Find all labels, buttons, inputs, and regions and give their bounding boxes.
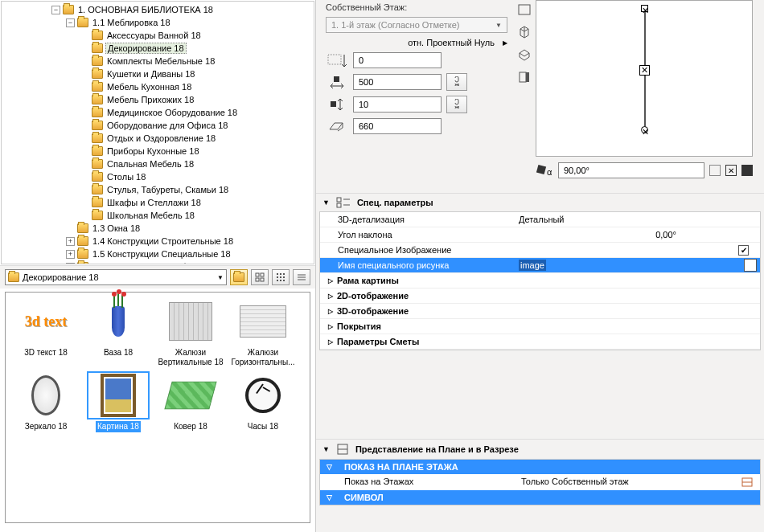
tree-item[interactable]: 1.3 Окна 18 [3, 222, 314, 235]
thumb-label: Ваза 18 [102, 347, 134, 358]
library-thumb[interactable]: Жалюзи Вертикальные 18 [155, 297, 226, 368]
folder-icon [92, 95, 103, 104]
tree-sub[interactable]: −1.1 Меблировка 18 [3, 16, 314, 29]
floorplan-section-header[interactable]: ▼ Представление на Плане и в Разрезе [316, 439, 764, 459]
browse-button[interactable]: ▶ [744, 259, 757, 272]
chain-button[interactable] [446, 96, 467, 113]
spec-row[interactable]: Специальное Изображение✔ [320, 243, 760, 258]
dim-b-input[interactable]: 10 [353, 96, 442, 113]
library-thumb[interactable]: Ваза 18 [83, 297, 154, 368]
collapse-icon[interactable]: ▽ [327, 463, 332, 471]
mirror-x-button[interactable] [709, 165, 721, 176]
expand-icon[interactable]: + [66, 237, 75, 246]
tree-root[interactable]: −1. ОСНОВНАЯ БИБЛИОТЕКА 18 [3, 3, 314, 16]
spec-group[interactable]: ▷3D-отображение [320, 304, 760, 319]
tree-item[interactable]: Школьная Мебель 18 [3, 209, 314, 222]
elevation-input[interactable]: 0 [353, 52, 442, 68]
svg-rect-16 [328, 55, 341, 64]
view-large-button[interactable] [251, 269, 269, 285]
folder-icon [92, 198, 103, 207]
expand-icon[interactable]: ▷ [328, 277, 333, 284]
folder-icon [92, 133, 103, 143]
library-thumb[interactable]: Зеркало 18 [10, 371, 81, 432]
thumb-preview [159, 371, 222, 419]
svg-rect-21 [526, 72, 529, 82]
chevron-down-icon: ▼ [495, 22, 502, 29]
collapse-icon[interactable]: − [66, 18, 75, 27]
tree-item[interactable]: Спальная Мебель 18 [3, 158, 314, 170]
floorplan-icon [336, 443, 349, 456]
expand-icon[interactable]: ▷ [328, 323, 333, 330]
angle-input[interactable]: 90,00° [558, 162, 704, 178]
story-dropdown[interactable]: 1. 1-й этаж (Согласно Отметке)▼ [326, 17, 507, 33]
expand-icon[interactable]: + [66, 263, 75, 265]
spec-group[interactable]: ▷Параметры Сметы [320, 334, 760, 350]
spec-group[interactable]: ▷Рама картины [320, 273, 760, 289]
tree-item[interactable]: Стулья, Табуреты, Скамьи 18 [3, 183, 314, 196]
floorplan-row[interactable]: Показ на ЭтажахТолько Собственный этаж [320, 474, 760, 490]
spec-row[interactable]: Угол наклона0,00° [320, 227, 760, 243]
dim-c-input[interactable]: 660 [353, 118, 442, 134]
tree-item[interactable]: +1.6 Механизмы и Приборы 18 [3, 260, 314, 264]
spec-group[interactable]: ▷Покрытия [320, 319, 760, 334]
collapse-icon[interactable]: ▽ [327, 493, 332, 501]
view-plan-icon[interactable] [515, 2, 533, 18]
tree-item[interactable]: Приборы Кухонные 18 [3, 145, 314, 158]
tree-item[interactable]: +1.5 Конструкции Специальные 18 [3, 248, 314, 260]
view-iso-icon[interactable] [515, 47, 533, 63]
spec-row[interactable]: 3D-детализацияДетальный [320, 212, 760, 227]
expand-icon[interactable]: ▷ [328, 338, 333, 346]
tree-item[interactable]: Кушетки и Диваны 18 [3, 68, 314, 80]
view-small-button[interactable] [272, 269, 290, 285]
play-icon[interactable]: ▶ [503, 39, 507, 47]
checkbox[interactable]: ✔ [738, 245, 749, 256]
dim-a-input[interactable]: 500 [353, 74, 442, 90]
tree-item[interactable]: Оборудование для Офиса 18 [3, 119, 314, 132]
chain-button[interactable] [446, 73, 467, 91]
collapse-arrow-icon[interactable]: ▼ [322, 198, 330, 207]
floorplan-group-header[interactable]: ▽СИМВОЛ [320, 490, 760, 505]
tree-item-selected[interactable]: Декорирование 18 [3, 42, 314, 55]
mirror-z-button[interactable] [741, 165, 753, 176]
tree-item[interactable]: Комплекты Мебельные 18 [3, 55, 314, 68]
tree-item[interactable]: Шкафы и Стеллажи 18 [3, 196, 314, 209]
view-section-icon[interactable] [515, 69, 533, 85]
library-tree[interactable]: −1. ОСНОВНАЯ БИБЛИОТЕКА 18 −1.1 Меблиров… [1, 1, 314, 264]
svg-text:α: α [547, 167, 552, 177]
tree-item[interactable]: Аксессуары Ванной 18 [3, 29, 314, 42]
library-thumb[interactable]: Жалюзи Горизонтальны... [228, 297, 298, 368]
browser-toolbar: Декорирование 18 ▼ [0, 265, 315, 289]
view-3d-icon[interactable] [515, 24, 533, 40]
angle-row: α 90,00° ✕ [536, 162, 753, 178]
library-thumb[interactable]: Часы 18 [228, 371, 298, 432]
expand-icon[interactable]: ▷ [328, 308, 333, 315]
folder-icon [92, 172, 103, 182]
story-icon[interactable] [741, 477, 754, 488]
folder-combo[interactable]: Декорирование 18 ▼ [5, 269, 227, 285]
svg-rect-0 [256, 273, 259, 276]
spec-group[interactable]: ▷2D-отображение [320, 289, 760, 304]
tree-item[interactable]: Мебель Кухонная 18 [3, 80, 314, 93]
expand-icon[interactable]: ▷ [328, 293, 333, 300]
spec-section-header[interactable]: ▼ Спец. параметры [316, 193, 764, 211]
collapse-arrow-icon[interactable]: ▼ [322, 445, 330, 453]
floorplan-group-header[interactable]: ▽ПОКАЗ НА ПЛАНЕ ЭТАЖА [320, 460, 760, 474]
up-folder-button[interactable] [230, 269, 248, 285]
tree-item[interactable]: Столы 18 [3, 170, 314, 183]
library-thumb[interactable]: Ковер 18 [155, 371, 226, 432]
view-list-button[interactable] [293, 269, 310, 285]
expand-icon[interactable]: + [66, 250, 75, 259]
folder-icon [92, 69, 103, 79]
object-preview[interactable]: ✕ ✕ ✕ [536, 0, 753, 157]
thumb-label: Ковер 18 [172, 421, 209, 432]
tree-item[interactable]: Отдых и Оздоровление 18 [3, 132, 314, 145]
tree-item[interactable]: +1.4 Конструкции Строительные 18 [3, 235, 314, 248]
library-thumb[interactable]: 3d text3D текст 18 [10, 297, 81, 368]
library-thumb[interactable]: Картина 18 [83, 371, 154, 432]
tree-item[interactable]: Мебель Прихожих 18 [3, 93, 314, 106]
mirror-y-button[interactable]: ✕ [725, 165, 737, 176]
tree-item[interactable]: Медицинское Оборудование 18 [3, 106, 314, 119]
spec-row-selected[interactable]: Имя специального рисункаimage▶ [320, 258, 760, 273]
thumb-label: Жалюзи Горизонтальны... [228, 347, 298, 368]
collapse-icon[interactable]: − [51, 6, 60, 14]
